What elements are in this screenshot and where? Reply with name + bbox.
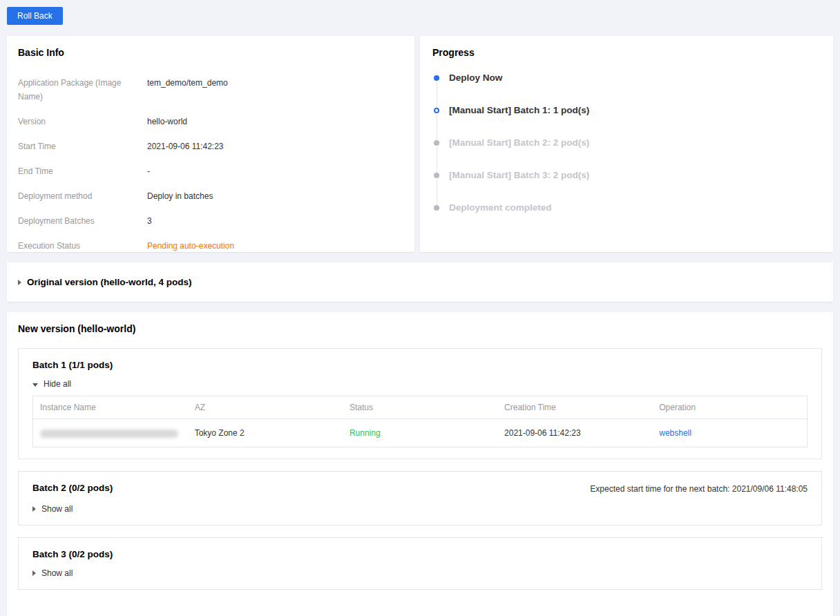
rollback-button[interactable]: Roll Back bbox=[7, 7, 63, 25]
batch-3-show-all-toggle[interactable]: Show all bbox=[32, 568, 73, 578]
progress-stepper: Deploy Now [Manual Start] Batch 1: 1 pod… bbox=[434, 71, 822, 215]
batch-2-box: Batch 2 (0/2 pods) Expected start time f… bbox=[18, 471, 822, 526]
batch-2-title: Batch 2 (0/2 pods) bbox=[32, 483, 113, 493]
batch-1-hide-all-toggle[interactable]: Hide all bbox=[32, 379, 71, 389]
original-version-expander[interactable]: Original version (hello-world, 4 pods) bbox=[7, 262, 833, 302]
table-row: Tokyo Zone 2 Running 2021-09-06 11:42:23… bbox=[33, 419, 808, 447]
new-version-card: New version (hello-world) Batch 1 (1/1 p… bbox=[7, 312, 833, 616]
step-deploy-now: Deploy Now bbox=[434, 71, 822, 85]
progress-title: Progress bbox=[432, 47, 822, 58]
execution-status-value: Pending auto-execution bbox=[147, 239, 234, 253]
chevron-right-icon bbox=[32, 506, 36, 512]
col-creation-time: Creation Time bbox=[497, 396, 652, 419]
pods-table: Instance Name AZ Status Creation Time Op… bbox=[32, 396, 808, 447]
progress-card: Progress Deploy Now [Manual Start] Batch… bbox=[420, 36, 833, 252]
step-dot-filled-icon bbox=[434, 75, 439, 81]
field-application-package: Application Package (Image Name) tem_dem… bbox=[18, 76, 403, 104]
col-operation: Operation bbox=[652, 396, 807, 419]
operation-cell: webshell bbox=[652, 419, 807, 447]
chevron-down-icon bbox=[32, 383, 38, 387]
step-dot-pending-icon bbox=[434, 140, 439, 146]
pods-table-header-row: Instance Name AZ Status Creation Time Op… bbox=[33, 396, 808, 419]
step-dot-pending-icon bbox=[434, 205, 439, 211]
field-deployment-batches: Deployment Batches 3 bbox=[18, 214, 403, 228]
main-content: Basic Info Application Package (Image Na… bbox=[7, 36, 833, 616]
step-dot-pending-icon bbox=[434, 173, 439, 178]
col-instance-name: Instance Name bbox=[33, 396, 188, 419]
chevron-right-icon bbox=[32, 570, 36, 576]
field-start-time: Start Time 2021-09-06 11:42:23 bbox=[18, 139, 403, 153]
field-deployment-method: Deployment method Deploy in batches bbox=[18, 189, 403, 203]
basic-info-title: Basic Info bbox=[18, 47, 403, 58]
step-deployment-completed: Deployment completed bbox=[434, 201, 822, 215]
instance-name-redacted bbox=[40, 430, 178, 438]
col-status: Status bbox=[343, 396, 497, 419]
batch-3-box: Batch 3 (0/2 pods) Show all bbox=[18, 537, 822, 590]
original-version-title: Original version (hello-world, 4 pods) bbox=[27, 277, 192, 287]
webshell-link[interactable]: webshell bbox=[659, 428, 691, 438]
new-version-title: New version (hello-world) bbox=[18, 323, 822, 334]
toolbar: Roll Back bbox=[0, 0, 840, 32]
step-dot-hollow-icon bbox=[434, 108, 439, 113]
batch-2-show-all-toggle[interactable]: Show all bbox=[32, 504, 73, 514]
step-batch-3: [Manual Start] Batch 3: 2 pod(s) bbox=[434, 169, 822, 182]
status-badge: Running bbox=[350, 428, 381, 438]
step-batch-1: [Manual Start] Batch 1: 1 pod(s) bbox=[434, 104, 822, 117]
basic-info-card: Basic Info Application Package (Image Na… bbox=[7, 36, 414, 252]
batch-1-title: Batch 1 (1/1 pods) bbox=[32, 360, 113, 370]
batch-1-box: Batch 1 (1/1 pods) Hide all Instance Nam… bbox=[18, 348, 822, 459]
field-end-time: End Time - bbox=[18, 164, 403, 178]
col-az: AZ bbox=[188, 396, 343, 419]
instance-name-cell bbox=[33, 419, 188, 447]
step-batch-2: [Manual Start] Batch 2: 2 pod(s) bbox=[434, 136, 822, 150]
az-cell: Tokyo Zone 2 bbox=[188, 419, 343, 447]
field-version: Version hello-world bbox=[18, 115, 403, 128]
batch-3-title: Batch 3 (0/2 pods) bbox=[32, 549, 113, 559]
chevron-right-icon bbox=[18, 280, 21, 285]
status-cell: Running bbox=[343, 419, 497, 447]
field-execution-status: Execution Status Pending auto-execution bbox=[18, 239, 403, 253]
creation-time-cell: 2021-09-06 11:42:23 bbox=[497, 419, 652, 447]
next-batch-start-time-note: Expected start time for the next batch: … bbox=[590, 483, 808, 495]
